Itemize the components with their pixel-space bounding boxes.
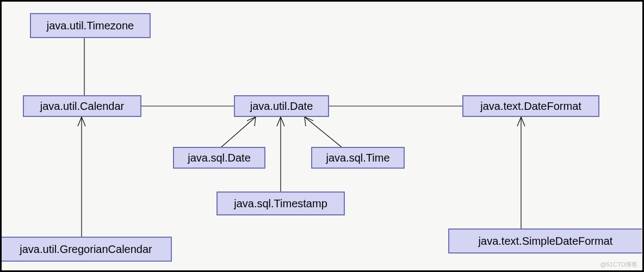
svg-line-9 <box>305 117 343 148</box>
svg-line-17 <box>521 117 525 126</box>
node-sql-time: java.sql.Time <box>311 147 405 169</box>
svg-line-8 <box>255 117 256 126</box>
watermark-text: @51CTO博客 <box>600 261 637 269</box>
svg-line-14 <box>281 117 284 126</box>
svg-line-6 <box>220 117 256 148</box>
svg-line-4 <box>78 117 82 126</box>
svg-line-10 <box>305 117 306 126</box>
node-sql-date: java.sql.Date <box>173 147 265 169</box>
svg-line-13 <box>277 117 281 126</box>
node-gregorian-calendar: java.util.GregorianCalendar <box>0 237 172 262</box>
node-util-date: java.util.Date <box>234 95 329 117</box>
svg-line-11 <box>305 117 313 121</box>
node-sql-timestamp: java.sql.Timestamp <box>216 191 345 215</box>
svg-line-16 <box>517 117 521 126</box>
node-simple-date-format: java.text.SimpleDateFormat <box>448 228 642 254</box>
svg-line-7 <box>247 117 256 121</box>
node-calendar: java.util.Calendar <box>23 95 141 117</box>
node-timezone: java.util.Timezone <box>30 13 151 38</box>
node-dateformat: java.text.DateFormat <box>462 95 599 117</box>
svg-line-5 <box>82 117 85 126</box>
